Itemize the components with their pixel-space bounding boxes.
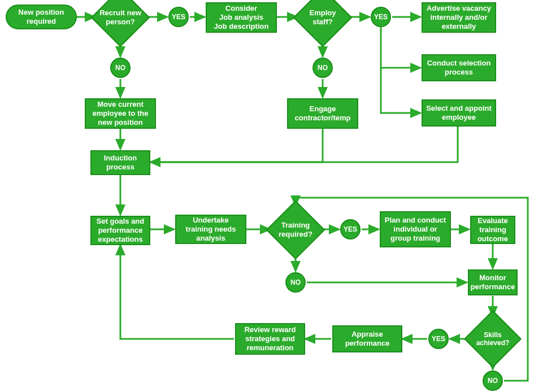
node-move-current: Move current employee to the new positio… xyxy=(85,98,156,129)
node-recruit-no: NO xyxy=(110,58,131,78)
node-conduct-selection: Conduct selection process xyxy=(422,54,496,81)
node-recruit-yes: YES xyxy=(168,7,189,27)
node-consider: Consider Job analysis Job description xyxy=(206,2,277,33)
node-skills-yes: YES xyxy=(428,329,449,349)
node-training-decision: Training required? xyxy=(272,207,319,253)
node-skills-no: NO xyxy=(483,371,503,391)
node-set-goals: Set goals and performance expectations xyxy=(90,216,150,245)
node-advertise: Advertise vacancy internally and/or exte… xyxy=(422,2,496,33)
node-appraise: Appraise performance xyxy=(332,325,402,352)
node-review-reward: Review reward strategies and remuneratio… xyxy=(235,323,305,355)
node-employ-yes: YES xyxy=(371,7,391,27)
node-training-yes: YES xyxy=(340,219,361,239)
flowchart: { "nodes": { "new_position": "New positi… xyxy=(0,0,534,392)
node-employ-no: NO xyxy=(312,58,333,78)
label-employ: Employ staff? xyxy=(299,0,346,41)
node-undertake: Undertake training needs analysis xyxy=(175,215,246,244)
node-plan-conduct: Plan and conduct individual or group tra… xyxy=(380,211,451,247)
node-new-position: New position required xyxy=(6,5,77,29)
node-induction: Induction process xyxy=(90,150,150,175)
label-training: Training required? xyxy=(272,207,319,253)
node-skills-decision: Skills achieved? xyxy=(470,316,515,361)
label-skills: Skills achieved? xyxy=(470,316,515,361)
node-training-no: NO xyxy=(285,272,306,293)
node-evaluate: Evaluate training outcome xyxy=(470,216,515,244)
label-recruit: Recruit new person? xyxy=(97,0,144,41)
node-recruit-decision: Recruit new person? xyxy=(97,0,144,41)
node-monitor: Monitor performance xyxy=(468,269,518,295)
node-employ-decision: Employ staff? xyxy=(299,0,346,41)
node-select-appoint: Select and appoint employee xyxy=(422,99,496,127)
node-engage-contractor: Engage contractor/temp xyxy=(287,98,358,129)
